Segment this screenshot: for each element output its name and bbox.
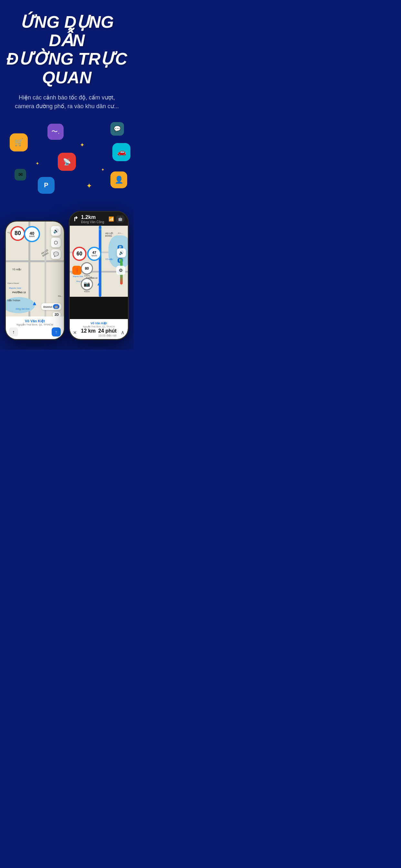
cart-icon[interactable]: 🛒: [10, 133, 28, 151]
phone-mockup-right: ↱ 1.2km Đồng Văn Công 📶 🤖: [69, 211, 129, 340]
district-badge: District 🤖: [41, 303, 61, 310]
bottom-actions: ↑ ↑: [9, 328, 61, 337]
warning-dist-1: 100m: [84, 275, 90, 277]
star-decoration-2: ✦: [35, 161, 39, 166]
floating-icons-area: 🛒 〜. 💬 🚗 📡 ✉ P 👤 ✦ ✦ ✦ ✦: [0, 117, 134, 208]
map-road: [6, 260, 64, 262]
nav-distance: 1.2km: [81, 214, 104, 220]
bottom-bar-right: Võ Văn Kiệt Nguyễn Thái Bình, Q1, TP.HCM…: [70, 319, 128, 339]
chat-control[interactable]: 💬: [51, 249, 61, 259]
route-destination: Võ Văn Kiệt: [73, 321, 125, 325]
map-left: AN LỢIĐÔNG TÔ HIỆU PHƯỜNG 13 PH... Majes…: [6, 221, 64, 339]
route-icon[interactable]: 〜.: [48, 124, 64, 140]
current-speed-badge-right: 47 km/h: [87, 247, 101, 261]
destination-name: Võ Văn Kiệt: [9, 319, 61, 323]
location-pin-left: ▲: [32, 300, 37, 307]
car-icon[interactable]: 🚗: [112, 143, 130, 161]
layers-control[interactable]: ⬡: [51, 238, 61, 247]
right-controls: 🔊 ⬡ 💬: [51, 226, 61, 259]
cam-icon: 🤖: [116, 215, 125, 222]
route-info: ✕ 12 km 24 phút 10:05 đến nơi ∧: [73, 328, 125, 337]
alert-icon[interactable]: ❗: [72, 266, 81, 275]
route-destination-sub: Nguyễn Thái Bình, Q1, TP.HCM: [73, 326, 125, 328]
phone-screen-left: AN LỢIĐÔNG TÔ HIỆU PHƯỜNG 13 PH... Majes…: [6, 221, 64, 339]
sound-button-right[interactable]: 🔊: [117, 248, 126, 257]
route-distance: 12 km: [81, 328, 96, 334]
destination-sub: Nguyễn Thái Bình, Q1, TP.HCM: [9, 323, 61, 326]
route-time: 24 phút: [98, 328, 117, 334]
up-arrow-button[interactable]: ↑: [9, 328, 18, 337]
nav-top-bar: ↱ 1.2km Đồng Văn Công 📶 🤖: [70, 212, 128, 226]
camera-warning-icon: 📷: [81, 278, 93, 290]
nav-top-right: 📶 🤖: [109, 215, 125, 222]
star-decoration-1: ✦: [80, 142, 85, 149]
settings-icon[interactable]: ⚙: [116, 266, 125, 275]
phone-mockup-left: AN LỢIĐÔNG TÔ HIỆU PHƯỜNG 13 PH... Majes…: [5, 221, 65, 340]
parking-icon[interactable]: P: [38, 177, 55, 194]
speed-limit-badge-right: 60: [72, 247, 87, 261]
route-arrive-time: 10:05 đến nơi: [81, 334, 117, 337]
warning-dist-2: 400m: [84, 290, 90, 292]
close-route-button[interactable]: ✕: [73, 330, 77, 335]
nav-arrow-button[interactable]: ↑: [52, 328, 61, 337]
message-icon[interactable]: ✉: [14, 169, 26, 181]
remote-icon[interactable]: 📡: [58, 153, 76, 171]
user-icon[interactable]: 👤: [111, 172, 127, 188]
turn-arrow-icon: ↱: [73, 215, 79, 223]
chat-icon[interactable]: 💬: [111, 122, 124, 135]
current-speed-badge: 40 km/h: [24, 226, 40, 242]
phones-section: AN LỢIĐÔNG TÔ HIỆU PHƯỜNG 13 PH... Majes…: [0, 208, 134, 350]
bottom-bar-left: Võ Văn Kiệt Nguyễn Thái Bình, Q1, TP.HCM…: [6, 316, 64, 339]
speed-limit-badge: 80: [10, 226, 25, 241]
sound-control[interactable]: 🔊: [51, 226, 61, 236]
hero-subtitle: Hiện các cảnh báo tốc độ, cấm vượt, came…: [6, 93, 127, 111]
star-decoration-3: ✦: [86, 182, 92, 190]
map-right: ↑↑↑↑↑↑↑↑↑↑↑↑ AN LỢIĐÔNG AI L... TÔ HIỆU …: [70, 226, 128, 297]
nav-street: Đồng Văn Công: [81, 220, 104, 224]
expand-route-button[interactable]: ∧: [121, 330, 125, 336]
wifi-icon: 📶: [109, 216, 114, 221]
hero-section: ỨNG DỤNG DẪN ĐƯỜNG TRỰC QUAN Hiện các cả…: [0, 0, 134, 111]
phone-screen-right: ↱ 1.2km Đồng Văn Công 📶 🤖: [70, 212, 128, 339]
star-decoration-4: ✦: [101, 167, 104, 172]
hero-title: ỨNG DỤNG DẪN ĐƯỜNG TRỰC QUAN: [6, 13, 127, 87]
warning-speed-badge: 80: [81, 262, 93, 275]
